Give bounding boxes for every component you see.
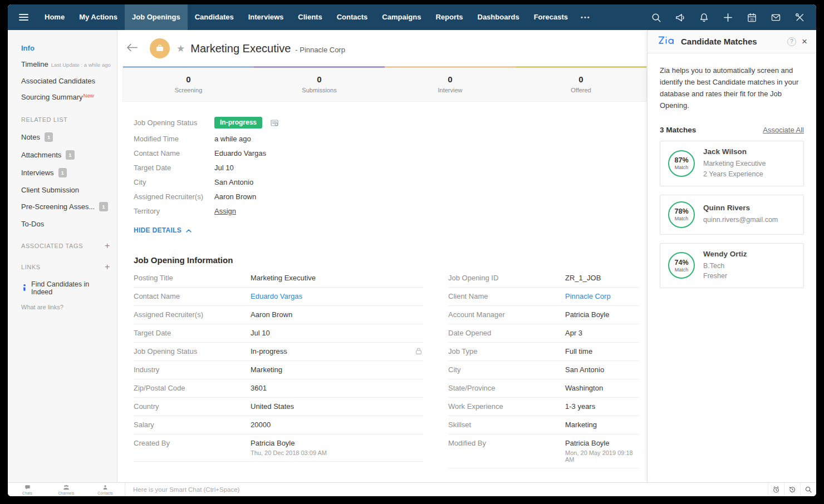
more-icon[interactable]: ••• bbox=[575, 4, 596, 30]
setup-tools-icon[interactable] bbox=[794, 12, 805, 23]
hamburger-menu-icon[interactable] bbox=[19, 12, 28, 22]
count-badge: 1 bbox=[45, 132, 53, 142]
nav-item-home[interactable]: Home bbox=[37, 4, 72, 30]
candidate-card[interactable]: 74% Match Wendy Ortiz B.Tech Fresher bbox=[660, 243, 804, 289]
sidebar-item-label: Associated Candidates bbox=[21, 77, 95, 85]
nav-item-clients[interactable]: Clients bbox=[291, 4, 329, 30]
app-window: Home My Actions Job Openings Candidates … bbox=[8, 4, 816, 496]
add-link-button[interactable]: + bbox=[105, 264, 110, 270]
nav-item-candidates[interactable]: Candidates bbox=[188, 4, 241, 30]
sidebar-item-interviews[interactable]: Interviews 1 bbox=[21, 169, 110, 178]
candidate-name[interactable]: Wendy Ortiz bbox=[703, 250, 747, 258]
field-label: Target Date bbox=[134, 164, 214, 172]
pipeline-stage-offered[interactable]: 0 Offered bbox=[516, 66, 646, 101]
sidebar-item-label: Info bbox=[21, 45, 35, 52]
candidate-name[interactable]: Jack Wilson bbox=[703, 147, 766, 156]
nav-item-contacts[interactable]: Contacts bbox=[330, 4, 375, 30]
chat-tab-chats[interactable]: Chats bbox=[8, 483, 47, 496]
field-row: CitySan Antonio bbox=[448, 361, 639, 379]
field-value: Jul 10 bbox=[214, 164, 234, 172]
page-title: Marketing Executive bbox=[190, 42, 291, 55]
notification-bell-icon[interactable] bbox=[699, 12, 709, 23]
nav-item-dashboards[interactable]: Dashboards bbox=[470, 4, 527, 30]
sidebar-item-to-dos[interactable]: To-Dos bbox=[21, 220, 110, 228]
reminder-clock-icon[interactable] bbox=[768, 483, 784, 496]
nav-item-job-openings[interactable]: Job Openings bbox=[125, 4, 188, 30]
sidebar-item-associated-candidates[interactable]: Associated Candidates bbox=[21, 77, 110, 85]
stage-label: Screening bbox=[123, 87, 254, 93]
main-nav: Home My Actions Job Openings Candidates … bbox=[37, 4, 596, 30]
client-link[interactable]: Pinnacle Corp bbox=[565, 292, 611, 300]
sidebar-item-info[interactable]: Info bbox=[21, 45, 110, 52]
pipeline-stage-submissions[interactable]: 0 Submissions bbox=[254, 66, 385, 101]
back-arrow-button[interactable] bbox=[121, 43, 143, 54]
mail-icon[interactable] bbox=[771, 12, 781, 23]
status-history-icon[interactable] bbox=[270, 118, 279, 127]
candidate-name[interactable]: Quinn Rivers bbox=[703, 204, 778, 212]
field-row: SkillsetMarketing bbox=[448, 416, 639, 434]
sidebar-item-timeline[interactable]: Timeline Last Update : a while ago bbox=[21, 61, 110, 69]
indeed-icon bbox=[21, 284, 27, 293]
stage-label: Offered bbox=[516, 87, 646, 93]
sidebar-item-pre-screening[interactable]: Pre-Screening Asses... 1 bbox=[21, 202, 110, 212]
pipeline-stage-interview[interactable]: 0 Interview bbox=[385, 66, 516, 101]
sidebar-item-sourcing-summary[interactable]: Sourcing Summary New bbox=[21, 93, 110, 102]
sidebar-item-notes[interactable]: Notes 1 bbox=[21, 133, 110, 142]
pipeline-summary: 0 Screening 0 Submissions 0 Interview 0 … bbox=[122, 66, 647, 102]
field-row: Date OpenedApr 3 bbox=[448, 324, 639, 343]
nav-item-campaigns[interactable]: Campaigns bbox=[375, 4, 428, 30]
count-badge: 1 bbox=[99, 202, 107, 211]
chat-tab-channels[interactable]: Channels bbox=[47, 483, 86, 496]
pipeline-stage-screening[interactable]: 0 Screening bbox=[123, 66, 254, 101]
field-label: Modified Time bbox=[134, 135, 214, 143]
favorite-star-icon[interactable]: ★ bbox=[176, 43, 185, 55]
match-score-ring: 78% Match bbox=[668, 201, 695, 228]
what-are-links[interactable]: What are links? bbox=[21, 304, 110, 310]
zia-description: Zia helps you to automatically screen an… bbox=[648, 53, 816, 111]
section-title-job-info: Job Opening Information bbox=[134, 255, 647, 265]
add-tag-button[interactable]: + bbox=[105, 243, 110, 249]
search-icon[interactable] bbox=[800, 483, 816, 496]
find-candidates-indeed-link[interactable]: Find Candidates in Indeed bbox=[21, 280, 110, 296]
sidebar-item-label: Timeline bbox=[21, 61, 48, 68]
nav-item-reports[interactable]: Reports bbox=[428, 4, 470, 30]
contact-link[interactable]: Eduardo Vargas bbox=[251, 292, 302, 300]
field-row: Posting TitleMarketing Executive bbox=[134, 269, 423, 288]
chevron-up-icon bbox=[186, 226, 192, 234]
announcement-icon[interactable] bbox=[675, 12, 685, 23]
sidebar-item-client-submission[interactable]: Client Submission bbox=[21, 186, 110, 194]
candidate-detail: B.Tech bbox=[703, 261, 747, 271]
svg-text:31: 31 bbox=[750, 17, 754, 21]
field-value: San Antonio bbox=[214, 178, 253, 186]
help-icon[interactable]: ? bbox=[787, 37, 796, 46]
search-icon[interactable] bbox=[651, 12, 661, 23]
associate-all-link[interactable]: Associate All bbox=[763, 126, 804, 134]
field-row: CountryUnited States bbox=[134, 398, 423, 416]
stage-count: 0 bbox=[123, 75, 254, 84]
field-row: Created ByPatricia BoyleThu, 20 Dec 2018… bbox=[134, 434, 423, 462]
nav-item-my-actions[interactable]: My Actions bbox=[72, 4, 125, 30]
nav-item-forecasts[interactable]: Forecasts bbox=[527, 4, 575, 30]
candidate-card[interactable]: 78% Match Quinn Rivers quinn.rivers@gmai… bbox=[660, 195, 804, 235]
calendar-icon[interactable]: 31 bbox=[747, 12, 757, 23]
close-icon[interactable]: × bbox=[802, 38, 807, 46]
quick-row-status: Job Opening Status In-progress bbox=[134, 114, 647, 132]
assign-territory-link[interactable]: Assign bbox=[214, 207, 236, 215]
matches-toolbar: 3 Matches Associate All bbox=[648, 111, 816, 141]
smart-chat-input[interactable] bbox=[125, 483, 768, 496]
candidate-card[interactable]: 87% Match Jack Wilson Marketing Executiv… bbox=[660, 141, 804, 186]
field-row: State/ProvinceWashington bbox=[448, 379, 639, 398]
sidebar-item-attachments[interactable]: Attachments 1 bbox=[21, 151, 110, 160]
nav-item-interviews[interactable]: Interviews bbox=[241, 4, 291, 30]
created-timestamp: Thu, 20 Dec 2018 03:09 AM bbox=[251, 449, 327, 456]
quick-row: City San Antonio bbox=[134, 175, 647, 190]
field-label: City bbox=[134, 178, 214, 186]
chat-tab-contacts[interactable]: Contacts bbox=[86, 483, 125, 496]
field-row: Job TypeFull time bbox=[448, 343, 639, 361]
history-icon[interactable] bbox=[784, 483, 800, 496]
field-row: Salary20000 bbox=[134, 416, 423, 434]
hide-details-toggle[interactable]: HIDE DETAILS bbox=[134, 226, 647, 234]
nav-icon-group: 31 bbox=[651, 12, 805, 23]
client-subtitle[interactable]: - Pinnacle Corp bbox=[295, 46, 345, 54]
add-icon[interactable] bbox=[723, 12, 733, 23]
